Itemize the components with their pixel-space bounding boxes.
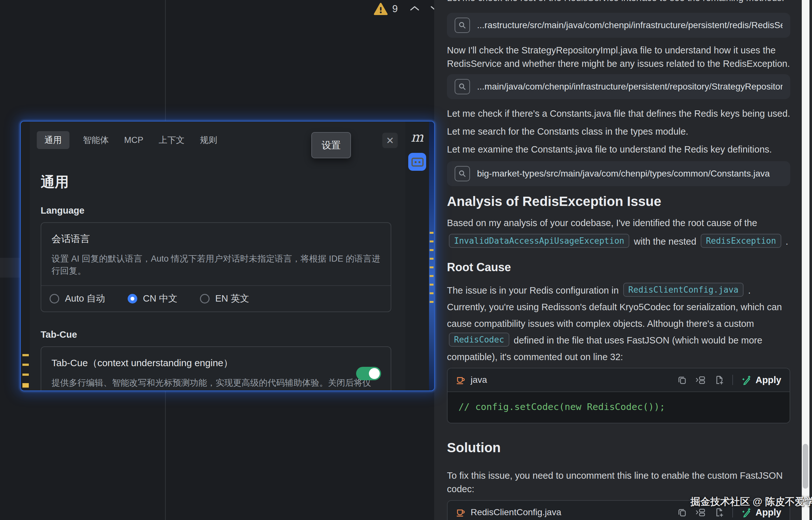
tabcue-section-label: Tab-Cue	[41, 330, 391, 340]
radio-label: Auto 自动	[65, 292, 105, 305]
toggle-knob	[369, 368, 380, 379]
dialog-right-rail: m	[405, 122, 429, 390]
file-path: big-market-types/src/main/java/com/chenp…	[477, 168, 770, 179]
radio-label: EN 英文	[215, 292, 249, 305]
warning-mark	[430, 249, 433, 251]
tabcue-description: 提供多行编辑、智能改写和光标预测功能，实现更高级的代码辅助体验。关闭后将仅保留基…	[51, 377, 375, 391]
apply-button[interactable]: Apply	[741, 507, 781, 518]
insert-to-editor-icon[interactable]	[695, 508, 706, 517]
ai-robot-icon[interactable]	[408, 153, 426, 171]
text-run: Based on my analysis of your codebase, I…	[447, 218, 757, 228]
radio-circle	[200, 294, 209, 304]
radio-en[interactable]: EN 英文	[200, 292, 249, 305]
apply-button[interactable]: Apply	[741, 375, 781, 385]
dialog-page-title: 通用	[41, 173, 391, 190]
radio-circle	[50, 294, 59, 304]
inline-code-chip: RedisClientConfig.java	[623, 283, 743, 297]
settings-tooltip-button[interactable]: 设置	[311, 132, 351, 158]
file-path: ...main/java/com/chenpi/infrastructure/p…	[477, 82, 783, 92]
code-block-java: java	[447, 368, 790, 423]
editor-highlight-band	[0, 258, 20, 278]
warning-mark	[430, 284, 433, 286]
apply-wand-icon	[741, 375, 752, 385]
settings-dialog: 通用 智能体 MCP 上下文 规则 设置 ✕ 通用 Language 会话语言 …	[20, 121, 435, 391]
insert-to-editor-icon[interactable]	[695, 375, 706, 385]
file-result-chip[interactable]: ...rastructure/src/main/java/com/chenpi/…	[447, 13, 790, 38]
radio-circle-selected	[128, 294, 137, 304]
apply-label: Apply	[755, 375, 781, 385]
warning-mark	[430, 258, 433, 260]
warning-mark	[430, 240, 433, 242]
code-filename-label: RedisClientConfig.java	[471, 507, 561, 517]
tab-mcp[interactable]: MCP	[122, 132, 145, 148]
tab-general[interactable]: 通用	[37, 131, 70, 149]
prev-problem-button[interactable]	[407, 4, 423, 14]
chat-paragraph: Now I'll check the StrategyRepositoryImp…	[447, 44, 790, 70]
copy-icon[interactable]	[677, 375, 687, 385]
tab-context[interactable]: 上下文	[157, 131, 186, 149]
apply-label: Apply	[755, 507, 781, 518]
tabcue-title: Tab-Cue（context understanding engine）	[51, 357, 380, 370]
apply-wand-icon	[741, 507, 752, 517]
close-icon[interactable]: ✕	[382, 133, 398, 148]
text-run: The issue is in your Redis configuration…	[447, 285, 621, 295]
session-language-description: 设置 AI 回复的默认语言，Auto 情况下若用户对话时未指定语言，将根据 ID…	[51, 253, 380, 277]
warning-mark	[22, 364, 29, 366]
dialog-body: 通用 Language 会话语言 设置 AI 回复的默认语言，Auto 情况下若…	[30, 166, 405, 391]
radio-cn[interactable]: CN 中文	[128, 292, 178, 305]
warning-mark	[430, 275, 433, 277]
code-line: // config.setCodec(new RedisCodec());	[458, 401, 665, 412]
inline-code-chip: InvalidDataAccessApiUsageException	[449, 234, 629, 248]
file-path: ...rastructure/src/main/java/com/chenpi/…	[477, 20, 783, 30]
java-icon	[456, 508, 465, 517]
problems-widget: 9	[374, 3, 443, 15]
code-block-header: java	[448, 368, 790, 392]
dialog-header: 通用 智能体 MCP 上下文 规则 设置 ✕	[30, 122, 405, 166]
radio-label: CN 中文	[143, 292, 178, 305]
search-icon	[455, 18, 470, 33]
warning-mark	[22, 383, 29, 388]
search-icon	[455, 166, 470, 181]
chat-paragraph: Let me search for the Constants class in…	[447, 125, 790, 138]
code-block-body: // config.setCodec(new RedisCodec());	[448, 392, 790, 423]
tab-rules[interactable]: 规则	[198, 131, 219, 149]
code-language-label: java	[471, 375, 487, 385]
search-icon	[455, 79, 470, 94]
tabcue-toggle[interactable]	[356, 367, 381, 380]
java-icon	[456, 375, 465, 385]
copy-icon[interactable]	[677, 508, 687, 517]
chat-scrollbar-thumb[interactable]	[803, 444, 808, 489]
assistant-logo: m	[405, 129, 429, 145]
warning-mark	[430, 292, 433, 294]
warning-mark	[430, 232, 433, 234]
text-run: with the nested	[631, 236, 699, 246]
warning-icon	[374, 3, 388, 15]
solution-heading: Solution	[447, 439, 790, 456]
ai-chat-panel: Let me check the rest of the RedisServic…	[434, 0, 802, 520]
warning-mark	[22, 373, 29, 376]
chat-scrollbar-track	[802, 0, 809, 520]
robot-face-icon	[411, 158, 424, 166]
editor-scrollbar-glow	[429, 122, 434, 390]
tabcue-card: Tab-Cue（context understanding engine） 提供…	[41, 346, 391, 391]
chat-paragraph: The issue is in your Redis configuration…	[447, 282, 790, 365]
warning-mark	[430, 301, 433, 303]
session-language-title: 会话语言	[51, 233, 380, 245]
app-window: 9 Let me check the rest of the RedisServ…	[0, 0, 812, 520]
warning-mark	[22, 354, 29, 356]
file-result-chip[interactable]: ...main/java/com/chenpi/infrastructure/p…	[447, 74, 790, 99]
tab-agent[interactable]: 智能体	[81, 131, 111, 149]
watermark: 掘金技术社区 @ 陈皮不爱学习	[690, 495, 812, 509]
chat-paragraph: Let me examine the Constants.java file t…	[447, 142, 790, 156]
warning-mark	[430, 266, 433, 268]
file-result-chip[interactable]: big-market-types/src/main/java/com/chenp…	[447, 161, 790, 186]
problems-count: 9	[392, 3, 398, 15]
new-file-icon[interactable]	[714, 508, 724, 517]
divider	[732, 507, 733, 517]
dialog-left-gutter	[21, 122, 30, 390]
analysis-heading: Analysis of RedisException Issue	[447, 193, 790, 210]
chat-paragraph: Based on my analysis of your codebase, I…	[447, 214, 790, 251]
radio-auto[interactable]: Auto 自动	[50, 292, 105, 305]
new-file-icon[interactable]	[714, 375, 724, 385]
inline-code-chip: RedisCodec	[449, 333, 509, 347]
